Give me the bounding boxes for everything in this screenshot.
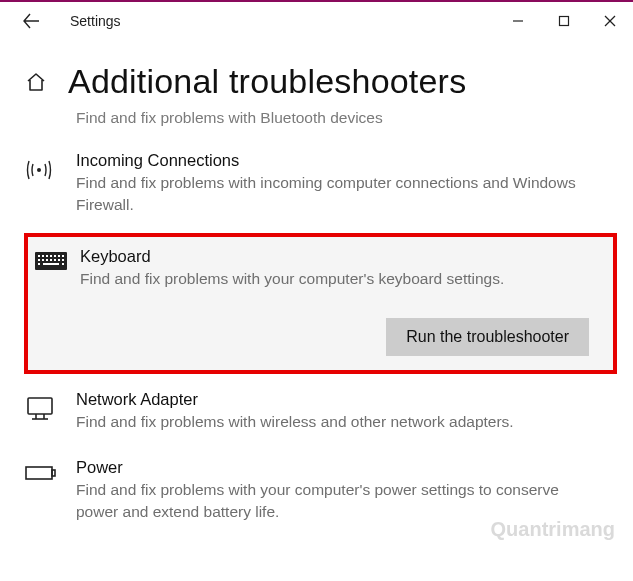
run-troubleshooter-button[interactable]: Run the troubleshooter xyxy=(386,318,589,356)
item-title: Incoming Connections xyxy=(76,151,597,170)
window-title: Settings xyxy=(70,13,495,29)
truncated-item-desc: Find and fix problems with Bluetooth dev… xyxy=(24,109,621,141)
svg-rect-18 xyxy=(58,259,60,261)
keyboard-icon xyxy=(28,247,80,290)
item-desc: Find and fix problems with wireless and … xyxy=(76,411,597,433)
svg-rect-1 xyxy=(560,17,569,26)
maximize-button[interactable] xyxy=(541,2,587,40)
svg-rect-19 xyxy=(62,259,64,261)
svg-rect-15 xyxy=(46,259,48,261)
item-desc: Find and fix problems with incoming comp… xyxy=(76,172,597,217)
svg-rect-9 xyxy=(50,255,52,257)
page-header: Additional troubleshooters xyxy=(0,40,633,111)
item-desc: Find and fix problems with your computer… xyxy=(76,479,597,524)
svg-point-4 xyxy=(37,168,41,172)
minimize-button[interactable] xyxy=(495,2,541,40)
svg-rect-14 xyxy=(42,259,44,261)
arrow-left-icon xyxy=(22,12,40,30)
troubleshooter-network-adapter[interactable]: Network Adapter Find and fix problems wi… xyxy=(24,380,621,447)
titlebar: Settings xyxy=(0,2,633,40)
svg-rect-13 xyxy=(38,259,40,261)
svg-rect-17 xyxy=(54,259,56,261)
svg-rect-28 xyxy=(52,470,55,476)
maximize-icon xyxy=(558,15,570,27)
svg-rect-12 xyxy=(62,255,64,257)
svg-rect-23 xyxy=(28,398,52,414)
item-title: Keyboard xyxy=(80,247,587,266)
svg-rect-8 xyxy=(46,255,48,257)
svg-rect-22 xyxy=(62,263,64,265)
svg-rect-6 xyxy=(38,255,40,257)
power-icon xyxy=(24,458,76,524)
window-controls xyxy=(495,2,633,40)
home-icon[interactable] xyxy=(24,70,48,94)
item-title: Network Adapter xyxy=(76,390,597,409)
item-title: Power xyxy=(76,458,597,477)
troubleshooter-keyboard-selected[interactable]: Keyboard Find and fix problems with your… xyxy=(24,233,617,374)
incoming-connections-icon xyxy=(24,151,76,217)
troubleshooter-list: Find and fix problems with Bluetooth dev… xyxy=(0,109,633,538)
svg-rect-7 xyxy=(42,255,44,257)
svg-rect-20 xyxy=(38,263,40,265)
troubleshooter-power[interactable]: Power Find and fix problems with your co… xyxy=(24,448,621,538)
svg-rect-10 xyxy=(54,255,56,257)
close-button[interactable] xyxy=(587,2,633,40)
close-icon xyxy=(604,15,616,27)
page-title: Additional troubleshooters xyxy=(68,62,466,101)
svg-rect-21 xyxy=(43,263,59,265)
minimize-icon xyxy=(512,15,524,27)
svg-rect-27 xyxy=(26,467,52,479)
svg-rect-11 xyxy=(58,255,60,257)
troubleshooter-incoming-connections[interactable]: Incoming Connections Find and fix proble… xyxy=(24,141,621,231)
back-button[interactable] xyxy=(20,10,42,32)
network-adapter-icon xyxy=(24,390,76,433)
svg-rect-16 xyxy=(50,259,52,261)
item-desc: Find and fix problems with your computer… xyxy=(80,268,587,290)
